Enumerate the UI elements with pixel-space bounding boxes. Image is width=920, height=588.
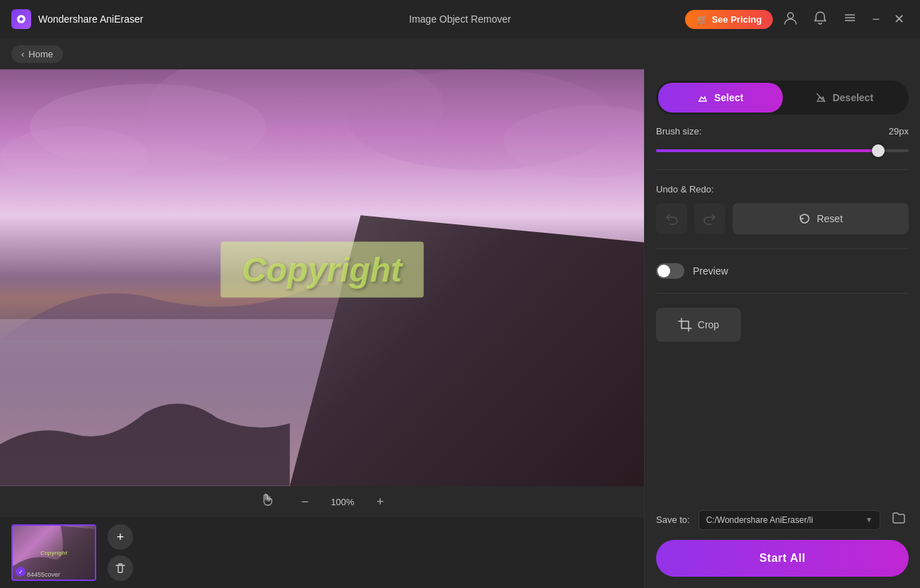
deselect-button[interactable]: Deselect: [783, 83, 907, 113]
chevron-down-icon: ▼: [866, 516, 873, 524]
canvas-image: Copyright: [0, 69, 644, 486]
undo-redo-controls: Reset: [656, 203, 909, 234]
left-area: Copyright − 100% +: [0, 69, 644, 588]
back-icon: ‹: [21, 49, 24, 59]
thumbnail-strip: Copyright ✓ 84455cover +: [0, 517, 644, 588]
titlebar-actions: 🛒 See Pricing − ✕: [685, 7, 909, 32]
svg-point-9: [0, 127, 148, 185]
thumbnail-filename: 84455cover: [27, 571, 60, 578]
svg-point-1: [788, 13, 793, 18]
save-to-row: Save to: C:/Wondershare AniEraser/li ▼: [656, 508, 909, 531]
landscape-background: Copyright: [0, 69, 644, 486]
reset-button[interactable]: Reset: [732, 203, 909, 234]
select-deselect-toggle: Select Deselect: [656, 81, 909, 115]
copyright-text: Copyright: [242, 250, 403, 288]
notification-button[interactable]: [808, 7, 832, 32]
save-to-label: Save to:: [656, 514, 690, 525]
undo-redo-label: Undo & Redo:: [656, 184, 714, 195]
divider-1: [656, 169, 909, 170]
thumbnail-item[interactable]: Copyright ✓ 84455cover: [11, 524, 96, 581]
menu-button[interactable]: [838, 7, 862, 32]
crop-section: Crop: [656, 308, 909, 342]
copyright-watermark: Copyright: [221, 241, 424, 297]
pricing-cart-icon: 🛒: [696, 14, 708, 25]
see-pricing-button[interactable]: 🛒 See Pricing: [685, 10, 774, 29]
redo-button[interactable]: [694, 203, 725, 234]
page-title: Image Object Remover: [409, 13, 511, 25]
account-button[interactable]: [778, 7, 803, 32]
thumbnail-check-icon: ✓: [16, 567, 25, 577]
zoom-in-button[interactable]: +: [371, 492, 390, 512]
thumbnail-actions: +: [108, 524, 133, 581]
preview-section: Preview: [656, 263, 909, 279]
start-all-button[interactable]: Start All: [656, 540, 909, 577]
divider-3: [656, 293, 909, 294]
divider-2: [656, 248, 909, 249]
right-panel: Select Deselect Brush size: 29px: [644, 69, 920, 588]
close-button[interactable]: ✕: [890, 8, 909, 30]
app-logo: [11, 9, 31, 29]
svg-point-10: [698, 100, 700, 102]
brush-size-slider[interactable]: [656, 149, 909, 152]
brush-size-label: Brush size:: [656, 126, 701, 137]
undo-button[interactable]: [656, 203, 687, 234]
main-layout: Copyright − 100% +: [0, 69, 920, 588]
app-name: Wondershare AniEraser: [38, 13, 143, 25]
zoom-out-button[interactable]: −: [295, 492, 314, 512]
minimize-button[interactable]: −: [868, 9, 884, 30]
navbar: ‹ Home: [0, 38, 920, 69]
save-path-text: C:/Wondershare AniEraser/li: [706, 515, 813, 525]
brush-size-value: 29px: [889, 126, 909, 137]
crop-button[interactable]: Crop: [656, 308, 741, 342]
canvas-toolbar: − 100% +: [0, 486, 644, 517]
thumbnail-copyright-text: Copyright: [40, 550, 67, 556]
save-area: Save to: C:/Wondershare AniEraser/li ▼ S…: [656, 508, 909, 577]
hand-tool-button[interactable]: [254, 490, 281, 514]
preview-label: Preview: [693, 265, 728, 277]
home-button[interactable]: ‹ Home: [11, 45, 63, 63]
delete-thumbnail-button[interactable]: [108, 555, 133, 581]
folder-button[interactable]: [889, 508, 909, 531]
add-thumbnail-button[interactable]: +: [108, 524, 133, 550]
select-button[interactable]: Select: [658, 83, 783, 113]
zoom-level: 100%: [328, 497, 357, 507]
undo-redo-section: Undo & Redo:: [656, 184, 909, 234]
brush-size-section: Brush size: 29px: [656, 126, 909, 155]
preview-toggle[interactable]: [656, 263, 684, 279]
brush-size-slider-container: [656, 142, 909, 155]
save-path-selector[interactable]: C:/Wondershare AniEraser/li ▼: [698, 510, 880, 530]
titlebar: Wondershare AniEraser Image Object Remov…: [0, 0, 920, 38]
canvas-container[interactable]: Copyright: [0, 69, 644, 486]
